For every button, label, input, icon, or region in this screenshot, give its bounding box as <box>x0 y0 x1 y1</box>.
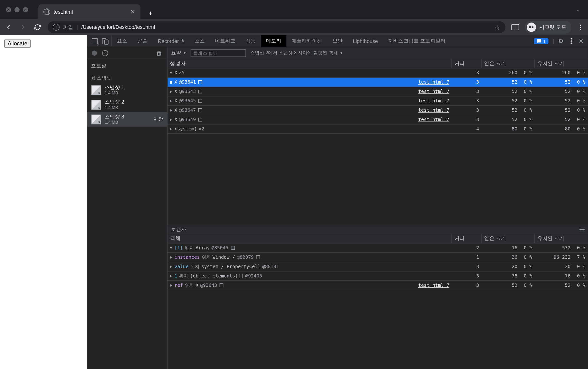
table-row[interactable]: X @93647 test.html:73520 %520 % <box>168 106 588 115</box>
reload-button[interactable] <box>33 23 42 31</box>
browser-menu-icon[interactable] <box>578 24 584 30</box>
snapshot-size: 1.4 MB <box>105 90 124 96</box>
allocate-button[interactable]: Allocate <box>4 40 31 48</box>
table-row[interactable]: [1] 위치 Array @85045 2160 %5320 % <box>168 243 588 253</box>
snapshot-size: 1.4 MB <box>105 105 124 110</box>
col-retained[interactable]: 유지된 크기 <box>535 234 588 243</box>
disclosure-icon[interactable] <box>170 256 172 259</box>
omnibox[interactable]: i 파일 | /Users/yceffort/Desktop/test.html… <box>48 21 505 33</box>
incognito-icon: 🕶 <box>527 23 536 32</box>
comparison-dropdown[interactable]: 스냅샷 2에서 스냅샷 3 사이에 할당된 객체▼ <box>250 50 343 56</box>
class-filter-input[interactable] <box>190 49 246 57</box>
device-toggle-icon[interactable] <box>102 38 106 44</box>
table-row[interactable]: X @93641 test.html:73520 %520 % <box>168 78 588 87</box>
source-link[interactable]: test.html:7 <box>418 117 449 122</box>
disclosure-icon[interactable] <box>170 100 172 102</box>
window-minimize-icon[interactable]: – <box>14 7 20 12</box>
window-close-icon[interactable]: ✕ <box>6 7 11 12</box>
disclosure-icon[interactable] <box>170 265 172 268</box>
filter-bar: 요약▼ 스냅샷 2에서 스냅샷 3 사이에 할당된 객체▼ <box>168 47 588 59</box>
col-shallow[interactable]: 얕은 크기 <box>482 234 535 243</box>
tab-profiler[interactable]: 자바스크립트 프로파일러 <box>383 35 451 47</box>
settings-icon[interactable]: ⚙ <box>558 38 564 44</box>
devtools-close-icon[interactable]: ✕ <box>579 38 584 44</box>
chevron-down-icon: ▼ <box>340 51 343 55</box>
back-button[interactable] <box>4 23 13 31</box>
source-link[interactable]: test.html:7 <box>418 80 449 85</box>
site-info-icon[interactable]: i <box>53 24 59 30</box>
incognito-badge[interactable]: 🕶 시크릿 모드 <box>525 21 571 34</box>
window-icon <box>199 80 202 84</box>
tab-lighthouse[interactable]: Lighthouse <box>348 35 383 47</box>
tab-recorder[interactable]: Recorder⚗ <box>153 35 189 47</box>
tab-elements[interactable]: 요소 <box>112 35 132 47</box>
col-distance[interactable]: 거리 <box>452 59 482 68</box>
issues-badge[interactable]: 1 <box>534 38 548 44</box>
bookmark-icon[interactable]: ☆ <box>494 23 500 31</box>
snapshot-save[interactable]: 저장 <box>154 116 163 123</box>
inspect-icon[interactable] <box>92 38 98 44</box>
tab-console[interactable]: 콘솔 <box>132 35 153 47</box>
tab-application[interactable]: 애플리케이션 <box>286 35 327 47</box>
table-row[interactable]: instances 위치 Window / @82079 1360 %96 23… <box>168 253 588 262</box>
clear-icon[interactable] <box>102 50 108 56</box>
disclosure-icon[interactable] <box>170 81 172 84</box>
snapshot-item[interactable]: % 스냅샷 3 1.4 MB 저장 <box>87 112 167 127</box>
table-row[interactable]: X @93649 test.html:73520 %520 % <box>168 115 588 124</box>
col-distance[interactable]: 거리 <box>452 234 482 243</box>
chevron-down-icon: ▼ <box>183 51 186 55</box>
col-constructor[interactable]: 생성자 <box>168 59 452 68</box>
forward-button[interactable] <box>19 23 27 31</box>
view-dropdown[interactable]: 요약▼ <box>171 49 187 56</box>
url-scheme: 파일 <box>63 24 73 31</box>
source-link[interactable]: test.html:7 <box>418 98 449 104</box>
snapshot-item[interactable]: % 스냅샷 2 1.4 MB <box>87 98 167 112</box>
disclosure-icon[interactable] <box>170 128 172 130</box>
tab-security[interactable]: 보안 <box>327 35 348 47</box>
side-panel-icon[interactable] <box>511 24 519 30</box>
disclosure-icon[interactable] <box>170 247 172 249</box>
devtools-panel: 요소 콘솔 Recorder⚗ 소스 네트워크 성능 메모리 애플리케이션 보안… <box>87 35 588 369</box>
devtools-menu-icon[interactable] <box>568 38 575 44</box>
window-icon <box>199 90 202 93</box>
source-link[interactable]: test.html:7 <box>418 107 449 113</box>
window-zoom-icon[interactable]: ⤢ <box>23 7 28 12</box>
record-icon[interactable] <box>92 50 97 56</box>
table-row[interactable]: 1 위치 (object elements)[] @92405 3760 %76… <box>168 271 588 281</box>
snapshot-icon: % <box>91 85 101 95</box>
col-shallow[interactable]: 얕은 크기 <box>482 59 535 68</box>
disclosure-icon[interactable] <box>170 118 172 121</box>
hamburger-icon[interactable] <box>580 228 585 231</box>
tab-sources[interactable]: 소스 <box>189 35 210 47</box>
snapshot-item[interactable]: % 스냅샷 1 1.4 MB <box>87 83 167 98</box>
disclosure-icon[interactable] <box>170 109 172 112</box>
col-retained[interactable]: 유지된 크기 <box>535 59 588 68</box>
table-row[interactable]: value 위치 system / PropertyCell @88181 32… <box>168 262 588 271</box>
source-link[interactable]: test.html:7 <box>418 89 449 94</box>
tab-network[interactable]: 네트워크 <box>210 35 240 47</box>
disclosure-icon[interactable] <box>170 275 172 277</box>
new-tab-button[interactable]: + <box>145 7 157 19</box>
retainers-title: 보관자 <box>171 226 187 233</box>
tab-overflow-icon[interactable]: ⌄ <box>576 7 588 12</box>
table-row[interactable]: X @93645 test.html:73520 %520 % <box>168 96 588 106</box>
source-link[interactable]: test.html:7 <box>418 282 449 288</box>
trash-icon[interactable]: 🗑 <box>156 50 162 56</box>
sidebar-toolbar: 🗑 <box>87 47 167 59</box>
disclosure-icon[interactable] <box>170 284 172 287</box>
disclosure-icon[interactable] <box>170 90 172 93</box>
table-row[interactable]: X ×5 32600 %2600 % <box>168 69 588 78</box>
browser-tab[interactable]: test.html ✕ <box>38 4 140 19</box>
constructors-table-body: X ×5 32600 %2600 % X @93641 test.html:73… <box>168 69 588 225</box>
incognito-label: 시크릿 모드 <box>539 24 566 31</box>
snapshot-icon: % <box>91 100 101 110</box>
snapshot-icon: % <box>91 114 101 124</box>
tab-memory[interactable]: 메모리 <box>261 35 286 47</box>
table-row[interactable]: (system) ×2 4800 %800 % <box>168 124 588 134</box>
table-row[interactable]: ref 위치 X @93643 test.html:73520 %520 % <box>168 281 588 290</box>
disclosure-icon[interactable] <box>170 72 172 74</box>
col-object[interactable]: 객체 <box>168 234 452 243</box>
tab-close-icon[interactable]: ✕ <box>130 8 135 15</box>
tab-performance[interactable]: 성능 <box>241 35 261 47</box>
table-row[interactable]: X @93643 test.html:73520 %520 % <box>168 87 588 97</box>
